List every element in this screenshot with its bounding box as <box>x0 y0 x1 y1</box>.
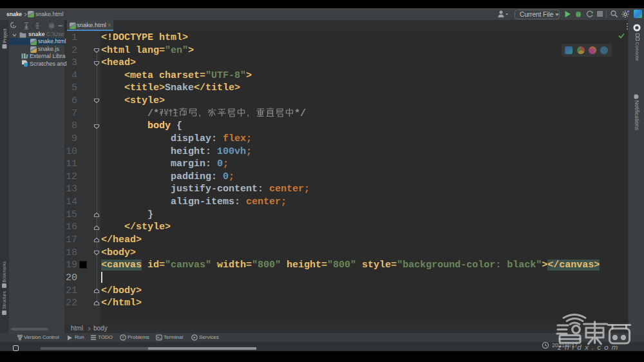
svg-text:zhidx.com: zhidx.com <box>557 343 621 351</box>
